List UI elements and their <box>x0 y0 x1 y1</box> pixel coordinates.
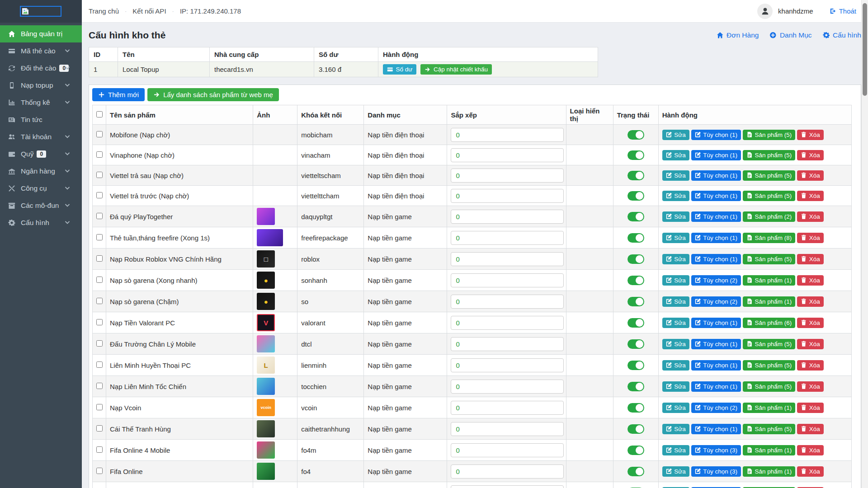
delete-button[interactable]: Xóa <box>797 191 824 201</box>
sort-input[interactable] <box>451 295 564 309</box>
breadcrumb-item[interactable]: Kết nối API <box>132 7 166 15</box>
sidebar-item-banks[interactable]: Ngân hàng <box>0 163 82 180</box>
status-toggle[interactable] <box>627 297 644 306</box>
update-discount-button[interactable]: Cập nhật chiết khấu <box>420 64 492 75</box>
status-toggle[interactable] <box>627 276 644 285</box>
status-toggle[interactable] <box>627 361 644 370</box>
delete-button[interactable]: Xóa <box>797 150 824 160</box>
sidebar-item-modules[interactable]: Các mô-đun <box>0 197 82 214</box>
edit-button[interactable]: Sửa <box>662 191 689 201</box>
edit-button[interactable]: Sửa <box>662 130 689 140</box>
row-select-checkbox[interactable] <box>96 446 103 453</box>
sort-input[interactable] <box>451 128 564 142</box>
row-select-checkbox[interactable] <box>96 151 103 158</box>
delete-button[interactable]: Xóa <box>797 403 824 413</box>
products-button[interactable]: Sản phẩm (5) <box>743 424 795 434</box>
sort-input[interactable] <box>451 189 564 203</box>
options-button[interactable]: Tùy chọn (1) <box>691 424 741 434</box>
edit-button[interactable]: Sửa <box>662 339 689 349</box>
delete-button[interactable]: Xóa <box>797 424 824 434</box>
sort-input[interactable] <box>451 422 564 436</box>
row-select-checkbox[interactable] <box>96 468 103 474</box>
delete-button[interactable]: Xóa <box>797 445 824 455</box>
status-toggle[interactable] <box>627 212 644 221</box>
sidebar-item-funds[interactable]: Quỹ0 <box>0 145 82 163</box>
products-button[interactable]: Sản phẩm (2) <box>743 211 795 222</box>
delete-button[interactable]: Xóa <box>797 254 824 264</box>
status-toggle[interactable] <box>627 171 644 180</box>
fetch-products-button[interactable]: Lấy danh sách sản phẩm từ web mẹ <box>147 88 279 101</box>
products-button[interactable]: Sản phẩm (5) <box>743 170 795 181</box>
row-select-checkbox[interactable] <box>96 361 103 368</box>
edit-button[interactable]: Sửa <box>662 296 689 307</box>
status-toggle[interactable] <box>627 318 644 328</box>
sort-input[interactable] <box>451 252 564 266</box>
options-button[interactable]: Tùy chọn (1) <box>691 318 741 328</box>
username[interactable]: khanhdzme <box>778 7 813 15</box>
options-button[interactable]: Tùy chọn (3) <box>691 466 741 477</box>
logout-link[interactable]: Thoát <box>830 7 856 15</box>
options-button[interactable]: Tùy chọn (1) <box>691 339 741 349</box>
options-button[interactable]: Tùy chọn (1) <box>691 233 741 243</box>
logo[interactable] <box>20 6 61 17</box>
sidebar-item-tools[interactable]: Công cụ <box>0 180 82 197</box>
balance-button[interactable]: Số dư <box>383 64 416 75</box>
products-button[interactable]: Sản phẩm (6) <box>743 318 795 328</box>
status-toggle[interactable] <box>627 467 644 476</box>
delete-button[interactable]: Xóa <box>797 360 824 371</box>
row-select-checkbox[interactable] <box>96 192 103 198</box>
sidebar-item-statistics[interactable]: Thống kê <box>0 94 82 111</box>
edit-button[interactable]: Sửa <box>662 318 689 328</box>
edit-button[interactable]: Sửa <box>662 150 689 160</box>
sort-input[interactable] <box>451 358 564 372</box>
sort-input[interactable] <box>451 148 564 162</box>
row-select-checkbox[interactable] <box>96 277 103 283</box>
sort-input[interactable] <box>451 231 564 245</box>
products-button[interactable]: Sản phẩm (5) <box>743 254 795 264</box>
sort-input[interactable] <box>451 401 564 415</box>
orders-link[interactable]: Đơn Hàng <box>717 31 759 39</box>
row-select-checkbox[interactable] <box>96 213 103 219</box>
select-all-checkbox[interactable] <box>96 111 103 117</box>
delete-button[interactable]: Xóa <box>797 318 824 328</box>
breadcrumb-item[interactable]: Trang chủ <box>89 7 119 15</box>
options-button[interactable]: Tùy chọn (1) <box>691 254 741 264</box>
options-button[interactable]: Tùy chọn (1) <box>691 381 741 392</box>
delete-button[interactable]: Xóa <box>797 381 824 392</box>
status-toggle[interactable] <box>627 130 644 140</box>
options-button[interactable]: Tùy chọn (2) <box>691 403 741 413</box>
sidebar-item-dashboard[interactable]: Bảng quản trị <box>0 25 82 42</box>
products-button[interactable]: Sản phẩm (5) <box>743 150 795 160</box>
products-button[interactable]: Sản phẩm (5) <box>743 339 795 349</box>
status-toggle[interactable] <box>627 150 644 160</box>
products-button[interactable]: Sản phẩm (5) <box>743 381 795 392</box>
delete-button[interactable]: Xóa <box>797 466 824 477</box>
add-new-button[interactable]: Thêm mới <box>92 88 145 101</box>
edit-button[interactable]: Sửa <box>662 233 689 243</box>
sidebar-item-card-exchange[interactable]: Đổi thẻ cào0 <box>0 60 82 77</box>
edit-button[interactable]: Sửa <box>662 445 689 455</box>
sort-input[interactable] <box>451 169 564 183</box>
sidebar-item-card-codes[interactable]: Mã thẻ cào <box>0 42 82 60</box>
sidebar-item-settings[interactable]: Cấu hình <box>0 214 82 231</box>
options-button[interactable]: Tùy chọn (1) <box>691 170 741 181</box>
products-button[interactable]: Sản phẩm (1) <box>743 445 795 455</box>
products-button[interactable]: Sản phẩm (1) <box>743 296 795 307</box>
edit-button[interactable]: Sửa <box>662 275 689 286</box>
products-button[interactable]: Sản phẩm (5) <box>743 130 795 140</box>
options-button[interactable]: Tùy chọn (2) <box>691 275 741 286</box>
delete-button[interactable]: Xóa <box>797 170 824 181</box>
settings-link[interactable]: Cấu hình <box>823 31 861 39</box>
scrollbar-thumb[interactable] <box>863 3 867 96</box>
row-select-checkbox[interactable] <box>96 172 103 178</box>
edit-button[interactable]: Sửa <box>662 170 689 181</box>
row-select-checkbox[interactable] <box>96 255 103 262</box>
delete-button[interactable]: Xóa <box>797 275 824 286</box>
edit-button[interactable]: Sửa <box>662 381 689 392</box>
sort-input[interactable] <box>451 465 564 479</box>
options-button[interactable]: Tùy chọn (1) <box>691 211 741 222</box>
sort-input[interactable] <box>451 380 564 394</box>
products-button[interactable]: Sản phẩm (5) <box>743 360 795 371</box>
sidebar-item-topup[interactable]: Nạp topup <box>0 77 82 94</box>
products-button[interactable]: Sản phẩm (8) <box>743 233 795 243</box>
